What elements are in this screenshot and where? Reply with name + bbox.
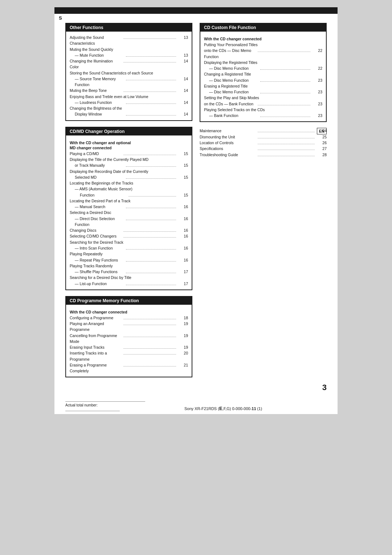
- cs-label: S: [59, 15, 62, 21]
- list-item: Changing the Illumination Color 14: [70, 58, 188, 70]
- list-item: Inserting Tracks into a Programme 20: [70, 350, 188, 362]
- cdmd-changer-section: CD/MD Changer Operation With the CD chan…: [65, 127, 192, 290]
- list-item: Locating the Beginnings of the Tracks: [70, 180, 188, 186]
- list-item: Displaying the Recording Date of the Cur…: [70, 169, 188, 174]
- list-item: — Source Tone Memory Function 14: [70, 76, 188, 88]
- left-column: Other Functions Adjusting the Sound Char…: [65, 23, 192, 383]
- list-item: onto the CDs — Disc Memo Function 22: [204, 48, 322, 60]
- list-item: — Mute Function 13: [70, 52, 188, 58]
- maintenance-section: Maintenance 24 Dismounting the Unit 25 L…: [200, 128, 327, 157]
- list-item: — Shuffle Play Functions 17: [70, 269, 188, 275]
- cd-custom-subheading: With the CD changer connected: [204, 37, 322, 41]
- list-item: Troubleshooting Guide 28: [200, 152, 327, 158]
- list-item: Displaying the Title of the Currently Pl…: [70, 157, 188, 162]
- top-bar: [54, 7, 338, 14]
- footer: Actual total number: Sony XR-F21RDS (E,F…: [54, 398, 338, 414]
- list-item: Searching for the Desired Track: [70, 239, 188, 245]
- list-item: Locating the Desired Part of a Track: [70, 198, 188, 204]
- list-item: or Track Manually 15: [70, 162, 188, 168]
- list-item: Specifications 27: [200, 146, 327, 151]
- list-item: Changing a Registered Title: [204, 71, 322, 77]
- cdmd-subheading2: MD changer connected: [70, 146, 188, 150]
- list-item: Maintenance 24: [200, 128, 327, 134]
- cdmd-changer-body: With the CD changer and optional MD chan…: [66, 135, 192, 289]
- list-item: Adjusting the Sound Characteristics 13: [70, 35, 188, 46]
- footer-content: Actual total number: Sony XR-F21RDS (E,F…: [65, 403, 327, 411]
- list-item: Function 15: [70, 192, 188, 198]
- list-item: Displaying the Registered Titles: [204, 60, 322, 65]
- list-item: Muting the Beep Tone 14: [70, 88, 188, 93]
- list-item: Storing the Sound Characteristics of eac…: [70, 70, 188, 76]
- footer-line-2: [65, 411, 120, 411]
- cdmd-subheading1: With the CD changer and optional: [70, 141, 188, 145]
- list-item: Playing a CD/MD 15: [70, 151, 188, 157]
- page-number: 3: [322, 383, 327, 392]
- list-item: Playing Repeatedly: [70, 251, 188, 257]
- cd-custom-body: With the CD changer connected Putting Yo…: [200, 32, 326, 121]
- list-item: Changing Discs 16: [70, 227, 188, 233]
- list-item: Selecting CD/MD Changers 16: [70, 233, 188, 239]
- list-item: Cancelling from Programme Mode 19: [70, 333, 188, 345]
- list-item: — Bank Function 23: [204, 113, 322, 118]
- list-item: Location of Controls 26: [200, 140, 327, 146]
- cd-custom-section: CD Custom File Function With the CD chan…: [200, 23, 327, 122]
- list-item: Selected MD 15: [70, 174, 188, 180]
- list-item: — Manual Search 16: [70, 204, 188, 210]
- cd-programme-header: CD Programme Memory Function: [66, 297, 192, 305]
- footer-divider: [65, 401, 145, 402]
- list-item: Configuring a Programme 18: [70, 315, 188, 321]
- cd-programme-body: With the CD changer connected Configurin…: [66, 305, 192, 377]
- two-column-layout: Other Functions Adjusting the Sound Char…: [65, 23, 327, 383]
- other-functions-body: Adjusting the Sound Characteristics 13 M…: [66, 32, 192, 120]
- cd-custom-header: CD Custom File Function: [200, 24, 326, 32]
- list-item: Display Window 14: [70, 111, 188, 117]
- list-item: Playing Selected Tracks on the CDs: [204, 107, 322, 113]
- list-item: Playing Tracks Randomly: [70, 263, 188, 269]
- page: S Other Functions Adjusting the Sound Ch…: [54, 7, 338, 414]
- cd-programme-subheading: With the CD changer connected: [70, 310, 188, 314]
- list-item: Erasing a Registered Title: [204, 83, 322, 89]
- list-item: — Disc Memo Function 23: [204, 77, 322, 83]
- list-item: — Disc Memo Function 23: [204, 89, 322, 95]
- list-item: — Repeat Play Functions 16: [70, 257, 188, 263]
- other-functions-section: Other Functions Adjusting the Sound Char…: [65, 23, 192, 121]
- list-item: Dismounting the Unit 25: [200, 134, 327, 140]
- footer-left: Actual total number:: [65, 403, 120, 411]
- list-item: Muting the Sound Quickly: [70, 46, 188, 52]
- list-item: Changing the Brightness of the: [70, 105, 188, 111]
- list-item: — List-up Function 17: [70, 281, 188, 287]
- list-item: Enjoying Bass and Treble even at Low Vol…: [70, 94, 188, 100]
- list-item: Erasing a Programme Completely 21: [70, 362, 188, 374]
- right-column: CD Custom File Function With the CD chan…: [200, 23, 327, 383]
- list-item: Selecting a Desired Disc: [70, 210, 188, 215]
- list-item: Setting the Play and Skip Modes: [204, 95, 322, 101]
- list-item: — Disc Memo Function 22: [204, 65, 322, 71]
- other-functions-header: Other Functions: [66, 24, 192, 32]
- list-item: on the CDs — Bank Function 23: [204, 101, 322, 107]
- content-area: Other Functions Adjusting the Sound Char…: [54, 16, 338, 390]
- list-item: Putting Your Personalized Titles: [204, 42, 322, 48]
- list-item: — Intro Scan Function 16: [70, 245, 188, 251]
- list-item: — Loudness Function 14: [70, 100, 188, 105]
- list-item: — Direct Disc Selection Function 16: [70, 216, 188, 228]
- list-item: Searching for a Desired Disc by Title: [70, 275, 188, 280]
- en-badge: EN: [317, 128, 327, 134]
- cdmd-changer-header: CD/MD Changer Operation: [66, 127, 192, 135]
- sony-model-text: Sony XR-F21RDS (E,F,G) 0-000-000-11 (1): [120, 406, 327, 411]
- list-item: Erasing Input Tracks 19: [70, 344, 188, 350]
- cd-programme-section: CD Programme Memory Function With the CD…: [65, 296, 192, 378]
- list-item: — AMS (Automatic Music Sensor): [70, 186, 188, 192]
- actual-total-label: Actual total number:: [65, 403, 120, 407]
- list-item: Playing an Arranged Programme 19: [70, 321, 188, 333]
